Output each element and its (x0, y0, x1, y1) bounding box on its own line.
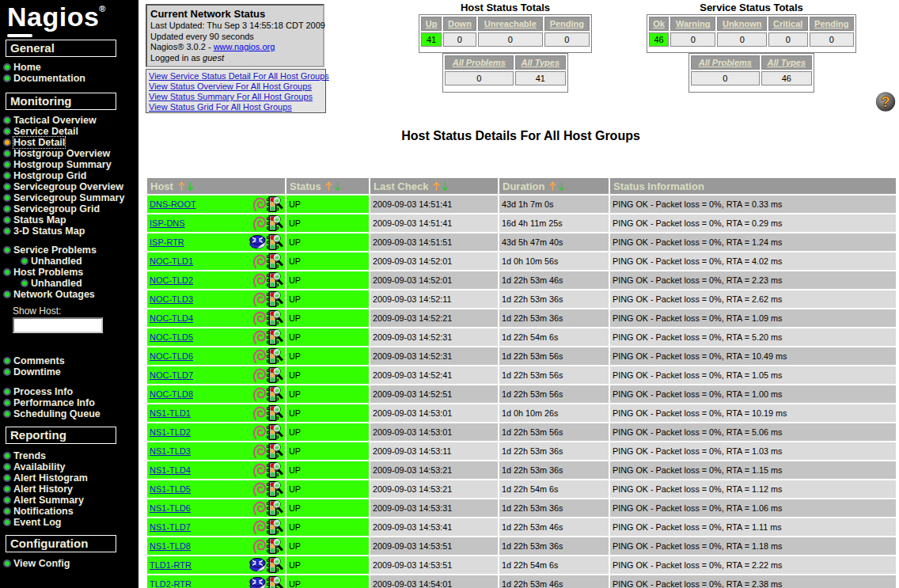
svg-text:?: ? (881, 93, 890, 110)
